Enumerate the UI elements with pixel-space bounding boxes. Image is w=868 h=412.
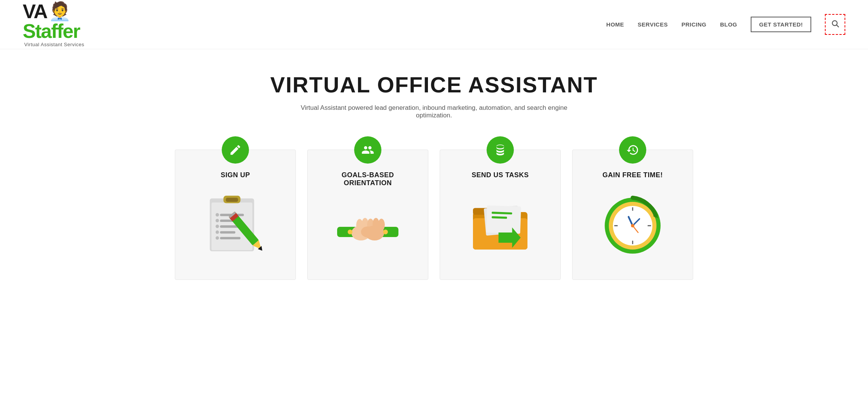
send-tasks-image — [466, 188, 534, 256]
logo-figure-icon: 🧑‍💼 — [48, 2, 71, 20]
main-nav: HOME SERVICES PRICING BLOG GET STARTED! — [606, 14, 845, 35]
database-icon — [494, 144, 507, 156]
card-send-tasks: SEND US TASKS — [440, 150, 561, 280]
nav-pricing[interactable]: PRICING — [681, 21, 706, 28]
hero-title: VIRTUAL OFFICE ASSISTANT — [15, 72, 853, 97]
svg-point-13 — [216, 225, 219, 228]
search-wrapper — [825, 14, 845, 35]
gain-time-title: GAIN FREE TIME! — [602, 171, 663, 179]
gain-time-image — [599, 188, 667, 256]
goals-icon-circle — [354, 136, 381, 164]
svg-point-30 — [378, 218, 385, 231]
svg-line-1 — [837, 25, 838, 27]
users-icon — [361, 144, 374, 156]
send-tasks-title: SEND US TASKS — [471, 171, 529, 179]
gain-time-icon-circle — [619, 136, 646, 164]
svg-rect-9 — [220, 231, 236, 233]
nav-blog[interactable]: BLOG — [720, 21, 737, 28]
card-goals: GOALS-BASED ORIENTATION — [307, 150, 428, 280]
svg-point-15 — [216, 236, 219, 240]
sign-up-image — [201, 188, 269, 256]
logo-staffer: Staffer — [23, 21, 80, 41]
cards-row: SIGN UP — [0, 150, 868, 303]
sign-up-title: SIGN UP — [221, 171, 250, 179]
pencil-icon — [229, 144, 242, 156]
card-gain-time: GAIN FREE TIME! — [572, 150, 693, 280]
svg-point-11 — [216, 213, 219, 217]
goals-title: GOALS-BASED ORIENTATION — [319, 171, 417, 187]
svg-rect-38 — [486, 205, 521, 234]
nav-home[interactable]: HOME — [606, 21, 624, 28]
svg-rect-10 — [220, 237, 241, 239]
svg-point-31 — [361, 226, 375, 237]
sign-up-icon-circle — [222, 136, 249, 164]
hero-section: VIRTUAL OFFICE ASSISTANT Virtual Assista… — [0, 49, 868, 150]
svg-point-32 — [348, 229, 353, 234]
header: VA 🧑‍💼 Staffer Virtual Assistant Service… — [0, 0, 868, 49]
svg-point-33 — [383, 229, 388, 234]
send-tasks-icon-circle — [487, 136, 514, 164]
svg-point-12 — [216, 219, 219, 222]
goals-image — [334, 196, 402, 264]
search-icon — [831, 19, 839, 28]
logo: VA 🧑‍💼 Staffer Virtual Assistant Service… — [23, 2, 84, 47]
get-started-button[interactable]: GET STARTED! — [751, 17, 811, 32]
card-sign-up: SIGN UP — [175, 150, 296, 280]
history-icon — [626, 144, 639, 156]
search-button[interactable] — [829, 18, 841, 31]
logo-subtitle: Virtual Assistant Services — [24, 42, 84, 47]
svg-point-14 — [216, 231, 219, 234]
logo-va: VA — [23, 2, 47, 21]
svg-rect-5 — [226, 198, 238, 202]
nav-services[interactable]: SERVICES — [638, 21, 668, 28]
svg-point-53 — [631, 224, 635, 228]
hero-subtitle: Virtual Assistant powered lead generatio… — [290, 104, 578, 119]
